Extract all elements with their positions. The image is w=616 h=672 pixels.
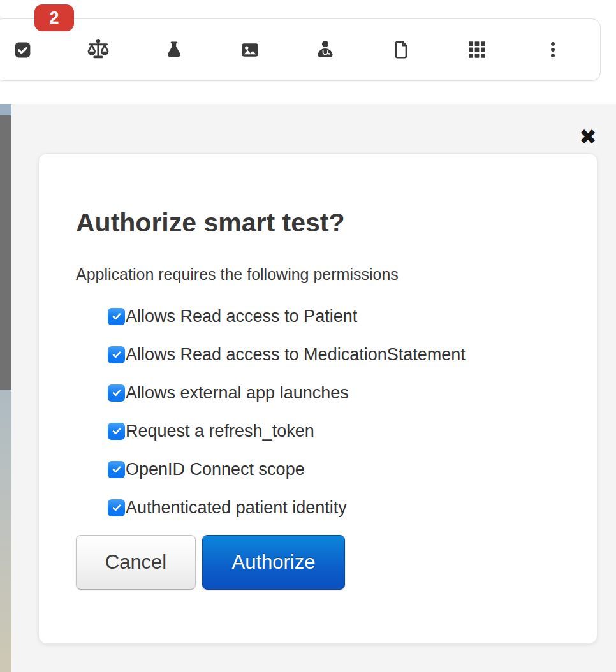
kebab-menu-icon <box>543 39 562 61</box>
permission-checkbox[interactable] <box>108 346 125 363</box>
close-icon[interactable]: ✖ <box>573 122 603 152</box>
permission-checkbox[interactable] <box>108 308 125 325</box>
authorize-button[interactable]: Authorize <box>202 535 345 590</box>
balance-scale-button[interactable] <box>84 36 112 64</box>
permission-checkbox[interactable] <box>108 423 125 440</box>
page-scrollbar-track <box>0 390 11 672</box>
doctor-button[interactable] <box>311 36 339 64</box>
page-scrollbar-thumb[interactable] <box>0 115 11 390</box>
doctor-icon <box>314 38 337 61</box>
permission-row: OpenID Connect scope <box>108 458 561 480</box>
permission-label: Allows Read access to MedicationStatemen… <box>126 345 466 365</box>
page: 2 <box>0 0 616 672</box>
permission-checkbox[interactable] <box>108 384 125 402</box>
underlying-page-edge <box>0 104 11 672</box>
file-button[interactable] <box>387 36 415 64</box>
permission-checkbox[interactable] <box>108 499 125 516</box>
balance-scale-icon <box>84 37 112 63</box>
notification-badge: 2 <box>34 4 74 31</box>
file-icon <box>390 39 412 61</box>
dialog-title: Authorize smart test? <box>76 210 561 236</box>
dialog-actions: Cancel Authorize <box>76 535 561 590</box>
check-square-icon <box>13 40 33 60</box>
authorize-dialog: Authorize smart test? Application requir… <box>38 153 598 644</box>
permission-row: Allows external app launches <box>108 382 561 404</box>
image-button[interactable] <box>236 36 264 64</box>
check-square-button[interactable] <box>8 36 36 64</box>
flask-icon <box>163 39 185 61</box>
icon-toolbar <box>0 18 601 81</box>
permission-label: Request a refresh_token <box>126 421 314 441</box>
permission-checkbox[interactable] <box>108 461 125 478</box>
cancel-button[interactable]: Cancel <box>76 535 196 590</box>
permission-label: Authenticated patient identity <box>126 498 347 518</box>
permission-row: Allows Read access to MedicationStatemen… <box>108 344 561 365</box>
permission-label: OpenID Connect scope <box>126 460 305 479</box>
flask-button[interactable] <box>160 36 188 64</box>
kebab-menu-button[interactable] <box>539 36 567 64</box>
apps-grid-icon <box>466 39 488 61</box>
apps-grid-button[interactable] <box>463 36 491 64</box>
permission-row: Request a refresh_token <box>108 420 561 442</box>
permission-row: Authenticated patient identity <box>108 497 561 518</box>
image-icon <box>238 40 262 61</box>
underlying-page-content <box>0 104 11 115</box>
permission-row: Allows Read access to Patient <box>108 305 561 327</box>
permission-label: Allows external app launches <box>126 383 349 403</box>
permission-list: Allows Read access to Patient Allows Rea… <box>108 305 561 518</box>
dialog-subtitle: Application requires the following permi… <box>76 265 561 284</box>
permission-label: Allows Read access to Patient <box>126 307 357 326</box>
